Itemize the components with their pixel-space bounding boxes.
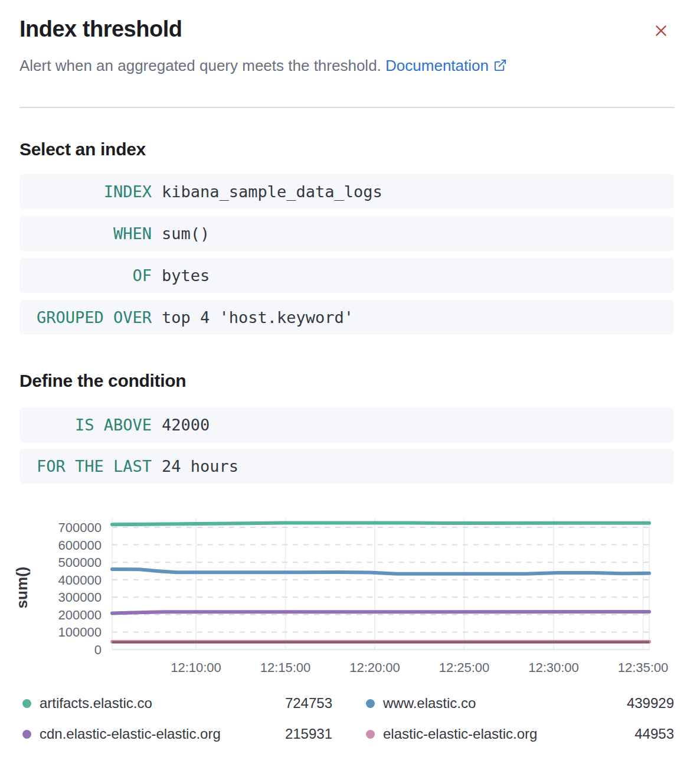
svg-text:12:35:00: 12:35:00	[618, 660, 669, 675]
legend-value: 215931	[285, 726, 332, 742]
legend-label: elastic-elastic-elastic.org	[383, 726, 537, 742]
legend-label: www.elastic.co	[383, 695, 476, 712]
section-title-define-condition: Define the condition	[19, 371, 186, 391]
svg-text:12:25:00: 12:25:00	[439, 660, 490, 675]
svg-text:100000: 100000	[58, 625, 102, 640]
expression-keyword: WHEN	[19, 224, 152, 243]
legend-value: 44953	[634, 726, 674, 742]
svg-text:500000: 500000	[58, 555, 102, 570]
svg-text:400000: 400000	[58, 573, 102, 588]
expression-value: sum()	[162, 224, 210, 243]
series-dot-icon	[22, 699, 31, 708]
expression-keyword: FOR THE LAST	[19, 457, 152, 475]
expression-keyword: GROUPED OVER	[19, 308, 152, 327]
expression-of[interactable]: OF bytes	[19, 258, 674, 293]
expression-for-the-last[interactable]: FOR THE LAST 24 hours	[19, 449, 674, 484]
svg-text:0: 0	[94, 642, 102, 657]
documentation-link[interactable]: Documentation	[385, 57, 507, 74]
series-dot-icon	[366, 699, 375, 708]
flyout-description: Alert when an aggregated query meets the…	[19, 57, 507, 75]
expression-keyword: IS ABOVE	[19, 416, 152, 434]
legend-item[interactable]: artifacts.elastic.co 724753	[22, 694, 332, 712]
expression-is-above[interactable]: IS ABOVE 42000	[19, 407, 674, 442]
svg-text:300000: 300000	[58, 590, 102, 605]
external-link-icon	[493, 58, 507, 72]
svg-text:600000: 600000	[58, 538, 102, 553]
expression-value: 24 hours	[162, 457, 238, 475]
legend-item[interactable]: cdn.elastic-elastic-elastic.org 215931	[22, 725, 332, 743]
legend-label: cdn.elastic-elastic-elastic.org	[40, 726, 221, 742]
legend-label: artifacts.elastic.co	[40, 695, 152, 712]
svg-text:sum(): sum()	[13, 567, 31, 609]
index-threshold-flyout: Index threshold Alert when an aggregated…	[0, 0, 700, 770]
legend-item[interactable]: elastic-elastic-elastic.org 44953	[366, 725, 674, 743]
expression-keyword: OF	[19, 266, 152, 285]
expression-when[interactable]: WHEN sum()	[19, 216, 674, 251]
horizontal-divider	[19, 107, 675, 108]
svg-text:700000: 700000	[58, 520, 102, 535]
series-dot-icon	[366, 730, 375, 739]
svg-text:12:15:00: 12:15:00	[260, 660, 311, 675]
close-button[interactable]	[646, 15, 676, 46]
legend-item[interactable]: www.elastic.co 439929	[366, 694, 674, 712]
expression-keyword: INDEX	[19, 182, 152, 201]
expression-grouped-over[interactable]: GROUPED OVER top 4 'host.keyword'	[19, 300, 674, 335]
threshold-preview-chart: 12:10:0012:15:0012:20:0012:25:0012:30:00…	[0, 505, 700, 682]
expression-value: bytes	[162, 266, 210, 285]
expression-value: 42000	[162, 416, 210, 434]
close-icon	[653, 23, 669, 38]
legend-value: 724753	[285, 695, 332, 712]
legend-value: 439929	[627, 695, 674, 712]
svg-text:12:30:00: 12:30:00	[528, 660, 579, 675]
svg-text:12:20:00: 12:20:00	[349, 660, 400, 675]
expression-value: top 4 'host.keyword'	[162, 308, 354, 327]
svg-text:200000: 200000	[58, 608, 102, 622]
series-dot-icon	[22, 730, 31, 739]
expression-index[interactable]: INDEX kibana_sample_data_logs	[19, 174, 674, 209]
page-title: Index threshold	[19, 17, 182, 42]
expression-value: kibana_sample_data_logs	[162, 182, 382, 201]
section-title-select-index: Select an index	[19, 139, 146, 159]
svg-text:12:10:00: 12:10:00	[171, 660, 221, 675]
description-text: Alert when an aggregated query meets the…	[19, 57, 381, 74]
